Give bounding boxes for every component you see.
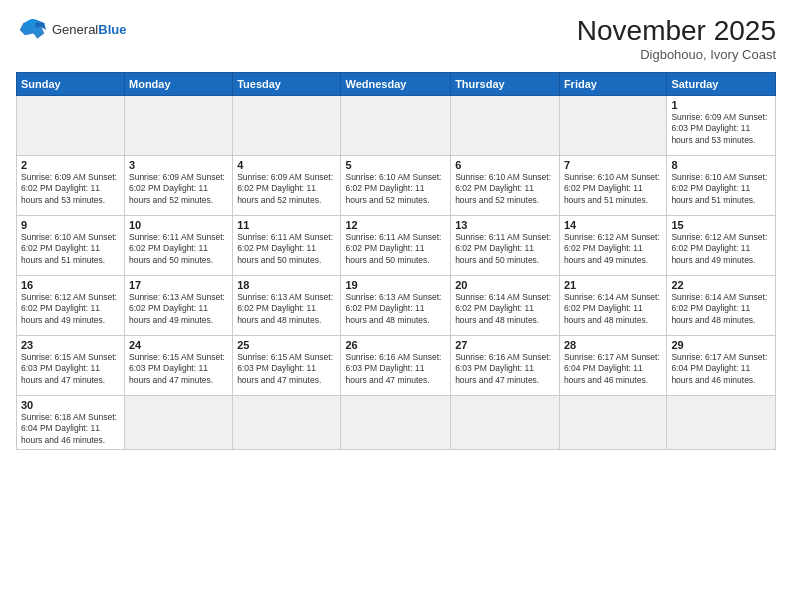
weekday-header-row: Sunday Monday Tuesday Wednesday Thursday… (17, 72, 776, 95)
day-info: Sunrise: 6:18 AM Sunset: 6:04 PM Dayligh… (21, 412, 120, 446)
month-title: November 2025 (577, 16, 776, 47)
calendar: Sunday Monday Tuesday Wednesday Thursday… (16, 72, 776, 450)
day-number: 10 (129, 219, 228, 231)
day-number: 27 (455, 339, 555, 351)
calendar-cell: 12Sunrise: 6:11 AM Sunset: 6:02 PM Dayli… (341, 215, 451, 275)
day-number: 25 (237, 339, 336, 351)
day-number: 1 (671, 99, 771, 111)
day-number: 15 (671, 219, 771, 231)
day-info: Sunrise: 6:13 AM Sunset: 6:02 PM Dayligh… (345, 292, 446, 326)
day-info: Sunrise: 6:11 AM Sunset: 6:02 PM Dayligh… (345, 232, 446, 266)
day-number: 24 (129, 339, 228, 351)
calendar-cell: 9Sunrise: 6:10 AM Sunset: 6:02 PM Daylig… (17, 215, 125, 275)
day-number: 19 (345, 279, 446, 291)
day-info: Sunrise: 6:11 AM Sunset: 6:02 PM Dayligh… (237, 232, 336, 266)
day-number: 2 (21, 159, 120, 171)
calendar-cell (559, 395, 666, 449)
calendar-cell (341, 395, 451, 449)
calendar-cell: 14Sunrise: 6:12 AM Sunset: 6:02 PM Dayli… (559, 215, 666, 275)
day-number: 17 (129, 279, 228, 291)
day-number: 22 (671, 279, 771, 291)
day-number: 3 (129, 159, 228, 171)
calendar-cell (125, 395, 233, 449)
title-block: November 2025 Digbohouo, Ivory Coast (577, 16, 776, 62)
calendar-cell: 6Sunrise: 6:10 AM Sunset: 6:02 PM Daylig… (451, 155, 560, 215)
calendar-cell: 30Sunrise: 6:18 AM Sunset: 6:04 PM Dayli… (17, 395, 125, 449)
logo-icon (16, 16, 48, 44)
day-info: Sunrise: 6:15 AM Sunset: 6:03 PM Dayligh… (237, 352, 336, 386)
day-number: 30 (21, 399, 120, 411)
day-number: 4 (237, 159, 336, 171)
day-info: Sunrise: 6:12 AM Sunset: 6:02 PM Dayligh… (21, 292, 120, 326)
day-info: Sunrise: 6:10 AM Sunset: 6:02 PM Dayligh… (671, 172, 771, 206)
calendar-cell: 17Sunrise: 6:13 AM Sunset: 6:02 PM Dayli… (125, 275, 233, 335)
calendar-cell: 24Sunrise: 6:15 AM Sunset: 6:03 PM Dayli… (125, 335, 233, 395)
calendar-cell: 19Sunrise: 6:13 AM Sunset: 6:02 PM Dayli… (341, 275, 451, 335)
header-tuesday: Tuesday (233, 72, 341, 95)
day-info: Sunrise: 6:14 AM Sunset: 6:02 PM Dayligh… (455, 292, 555, 326)
day-number: 18 (237, 279, 336, 291)
day-number: 23 (21, 339, 120, 351)
day-info: Sunrise: 6:10 AM Sunset: 6:02 PM Dayligh… (345, 172, 446, 206)
location: Digbohouo, Ivory Coast (577, 47, 776, 62)
calendar-cell (559, 95, 666, 155)
day-info: Sunrise: 6:15 AM Sunset: 6:03 PM Dayligh… (129, 352, 228, 386)
day-info: Sunrise: 6:10 AM Sunset: 6:02 PM Dayligh… (564, 172, 662, 206)
calendar-cell (341, 95, 451, 155)
day-info: Sunrise: 6:09 AM Sunset: 6:02 PM Dayligh… (21, 172, 120, 206)
day-number: 8 (671, 159, 771, 171)
day-info: Sunrise: 6:11 AM Sunset: 6:02 PM Dayligh… (129, 232, 228, 266)
calendar-cell (451, 395, 560, 449)
day-info: Sunrise: 6:09 AM Sunset: 6:02 PM Dayligh… (237, 172, 336, 206)
calendar-cell: 26Sunrise: 6:16 AM Sunset: 6:03 PM Dayli… (341, 335, 451, 395)
day-info: Sunrise: 6:11 AM Sunset: 6:02 PM Dayligh… (455, 232, 555, 266)
header-friday: Friday (559, 72, 666, 95)
calendar-cell: 13Sunrise: 6:11 AM Sunset: 6:02 PM Dayli… (451, 215, 560, 275)
day-info: Sunrise: 6:16 AM Sunset: 6:03 PM Dayligh… (455, 352, 555, 386)
calendar-cell (451, 95, 560, 155)
calendar-cell (125, 95, 233, 155)
calendar-cell: 25Sunrise: 6:15 AM Sunset: 6:03 PM Dayli… (233, 335, 341, 395)
day-number: 5 (345, 159, 446, 171)
calendar-cell: 7Sunrise: 6:10 AM Sunset: 6:02 PM Daylig… (559, 155, 666, 215)
day-info: Sunrise: 6:10 AM Sunset: 6:02 PM Dayligh… (455, 172, 555, 206)
calendar-cell: 16Sunrise: 6:12 AM Sunset: 6:02 PM Dayli… (17, 275, 125, 335)
header-saturday: Saturday (667, 72, 776, 95)
calendar-cell: 29Sunrise: 6:17 AM Sunset: 6:04 PM Dayli… (667, 335, 776, 395)
day-info: Sunrise: 6:15 AM Sunset: 6:03 PM Dayligh… (21, 352, 120, 386)
day-info: Sunrise: 6:14 AM Sunset: 6:02 PM Dayligh… (671, 292, 771, 326)
day-number: 6 (455, 159, 555, 171)
calendar-cell: 21Sunrise: 6:14 AM Sunset: 6:02 PM Dayli… (559, 275, 666, 335)
calendar-cell (667, 395, 776, 449)
day-number: 26 (345, 339, 446, 351)
day-number: 13 (455, 219, 555, 231)
day-info: Sunrise: 6:09 AM Sunset: 6:03 PM Dayligh… (671, 112, 771, 146)
calendar-cell: 23Sunrise: 6:15 AM Sunset: 6:03 PM Dayli… (17, 335, 125, 395)
header-monday: Monday (125, 72, 233, 95)
day-info: Sunrise: 6:14 AM Sunset: 6:02 PM Dayligh… (564, 292, 662, 326)
calendar-cell: 8Sunrise: 6:10 AM Sunset: 6:02 PM Daylig… (667, 155, 776, 215)
calendar-cell: 18Sunrise: 6:13 AM Sunset: 6:02 PM Dayli… (233, 275, 341, 335)
calendar-cell: 20Sunrise: 6:14 AM Sunset: 6:02 PM Dayli… (451, 275, 560, 335)
day-number: 14 (564, 219, 662, 231)
calendar-cell (233, 395, 341, 449)
day-info: Sunrise: 6:09 AM Sunset: 6:02 PM Dayligh… (129, 172, 228, 206)
day-info: Sunrise: 6:12 AM Sunset: 6:02 PM Dayligh… (671, 232, 771, 266)
day-number: 7 (564, 159, 662, 171)
calendar-cell: 2Sunrise: 6:09 AM Sunset: 6:02 PM Daylig… (17, 155, 125, 215)
calendar-cell: 1Sunrise: 6:09 AM Sunset: 6:03 PM Daylig… (667, 95, 776, 155)
header-wednesday: Wednesday (341, 72, 451, 95)
day-number: 11 (237, 219, 336, 231)
calendar-cell: 4Sunrise: 6:09 AM Sunset: 6:02 PM Daylig… (233, 155, 341, 215)
logo-text: GeneralBlue (52, 22, 126, 38)
calendar-cell: 11Sunrise: 6:11 AM Sunset: 6:02 PM Dayli… (233, 215, 341, 275)
calendar-cell: 27Sunrise: 6:16 AM Sunset: 6:03 PM Dayli… (451, 335, 560, 395)
calendar-cell: 22Sunrise: 6:14 AM Sunset: 6:02 PM Dayli… (667, 275, 776, 335)
calendar-cell (17, 95, 125, 155)
day-number: 28 (564, 339, 662, 351)
calendar-body: 1Sunrise: 6:09 AM Sunset: 6:03 PM Daylig… (17, 95, 776, 449)
day-number: 12 (345, 219, 446, 231)
calendar-cell: 10Sunrise: 6:11 AM Sunset: 6:02 PM Dayli… (125, 215, 233, 275)
header-sunday: Sunday (17, 72, 125, 95)
calendar-cell: 15Sunrise: 6:12 AM Sunset: 6:02 PM Dayli… (667, 215, 776, 275)
